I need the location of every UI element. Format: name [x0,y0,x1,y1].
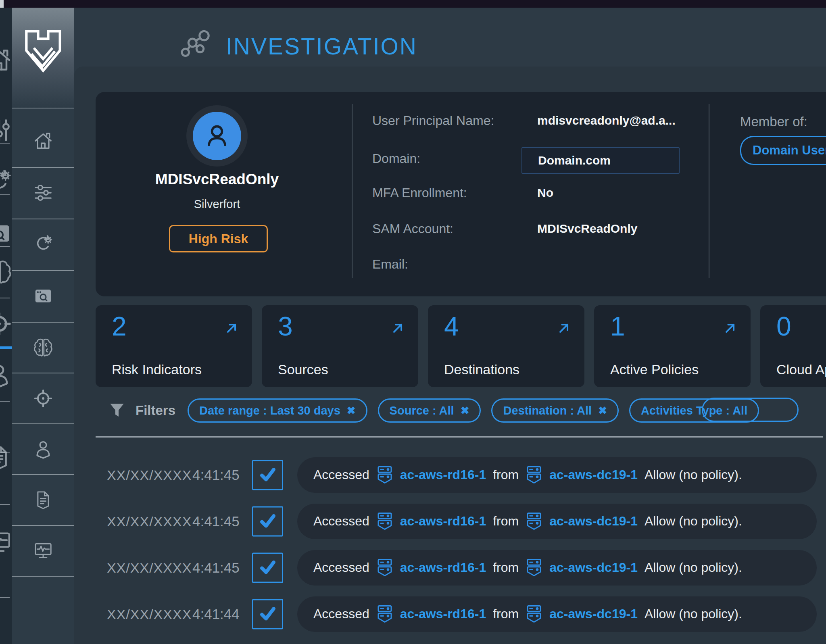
remove-filter-icon[interactable]: ✖ [598,404,607,417]
filter-chip-partial[interactable] [702,398,799,422]
check-icon [259,514,277,529]
stat-card-destinations[interactable]: 4Destinations [428,305,584,387]
field-label: SAM Account: [372,221,453,236]
activity-description[interactable]: Accessedac-aws-rd16-1fromac-aws-dc19-1Al… [297,550,817,586]
target-icon [32,387,54,410]
target-icon-fragment [0,309,13,338]
check-icon [259,560,277,575]
filter-funnel-icon [109,402,125,419]
activity-connector: from [493,560,519,575]
stats-row: 2Risk Indicators3Sources4Destinations1Ac… [96,305,826,387]
activity-target-host[interactable]: ac-aws-rd16-1 [400,606,486,621]
activity-description[interactable]: Accessedac-aws-rd16-1fromac-aws-dc19-1Al… [297,504,817,539]
activity-target-host[interactable]: ac-aws-rd16-1 [400,560,486,575]
activity-description[interactable]: Accessedac-aws-rd16-1fromac-aws-dc19-1Al… [297,457,817,493]
server-icon [376,604,393,624]
stat-card-sources[interactable]: 3Sources [262,305,418,387]
stat-value: 3 [278,311,293,342]
filter-chip-text: Source : All [390,404,454,417]
activity-source-host[interactable]: ac-aws-dc19-1 [549,514,638,529]
activity-time: 4:41:44 [192,606,240,622]
sliders-icon [32,181,54,204]
field-label: Email: [372,257,408,272]
activity-time: 4:41:45 [192,467,240,483]
member-of-label: Member of: [740,114,807,129]
activity-result: Allow (no policy). [645,467,742,482]
activity-action: Accessed [313,606,369,621]
server-icon [526,558,542,577]
activity-checkbox[interactable] [252,599,283,629]
stat-card-active-policies[interactable]: 1Active Policies [594,305,751,387]
activity-source-host[interactable]: ac-aws-dc19-1 [549,467,638,482]
activity-source-host[interactable]: ac-aws-dc19-1 [549,560,638,575]
activity-target-host[interactable]: ac-aws-rd16-1 [400,514,486,529]
stat-label: Cloud Apps [776,362,826,377]
user-profile-card: MDISvcReadOnly Silverfort High Risk User… [96,92,826,296]
remove-filter-icon[interactable]: ✖ [461,404,469,417]
activity-checkbox[interactable] [252,552,283,583]
activity-date: XX/XX/XXXX [107,467,192,483]
profile-fields: User Principal Name:mdisvcreadonly@ad.a.… [96,92,826,296]
activity-connector: from [493,606,519,621]
stat-card-risk-indicators[interactable]: 2Risk Indicators [96,305,252,387]
stat-value: 4 [444,311,459,342]
browser-search-icon [32,285,54,307]
activity-source-host[interactable]: ac-aws-dc19-1 [549,606,638,621]
filter-chip[interactable]: Source : All✖ [378,398,481,423]
sliver-divider [0,143,10,144]
sliders-icon-fragment [0,116,13,145]
sidebar-item-log-search[interactable] [12,270,74,322]
sliver-divider [0,246,10,247]
sidebar-item-settings[interactable] [12,167,74,219]
server-icon [526,512,542,531]
brain-icon [32,336,54,359]
field-label: User Principal Name: [372,113,494,128]
field-value: MDISvcReadOnly [537,222,637,236]
sidebar-item-investigation[interactable] [12,373,74,424]
remove-filter-icon[interactable]: ✖ [347,404,356,417]
filter-chip-text: Date range : Last 30 days [199,404,340,417]
activity-date: XX/XX/XXXX [107,606,192,622]
os-topbar [0,0,826,8]
activity-checkbox[interactable] [252,460,283,490]
expand-arrow-icon [225,321,238,335]
activity-result: Allow (no policy). [645,514,742,529]
filter-chip[interactable]: Destination : All✖ [491,398,618,423]
member-group-chip[interactable]: Domain Users [740,136,826,165]
sidebar-item-automation[interactable] [12,219,74,270]
activity-time: 4:41:45 [192,513,240,529]
page-header: INVESTIGATION [74,8,826,67]
activity-time: 4:41:45 [192,560,240,576]
activity-checkbox[interactable] [252,506,283,536]
field-value: No [537,186,553,200]
activity-row: XX/XX/XXXX4:41:44Accessedac-aws-rd16-1fr… [0,591,826,637]
stat-value: 0 [776,311,791,342]
filter-chip[interactable]: Date range : Last 30 days✖ [188,398,367,423]
brain-icon-fragment [0,258,13,287]
server-icon [526,465,542,485]
member-group-name: Domain Users [753,143,826,158]
server-icon [376,512,393,531]
sidebar-item-insights[interactable] [12,322,74,373]
field-label: Domain: [372,151,420,166]
silverfort-logo-icon[interactable] [23,28,63,73]
gear-sync-icon [32,233,54,256]
stat-card-cloud-apps[interactable]: 0Cloud Apps [760,305,826,387]
expand-arrow-icon [557,321,571,335]
filter-chip-text: Destination : All [503,404,592,417]
stat-value: 1 [610,311,625,342]
activity-date: XX/XX/XXXX [107,513,192,529]
activity-description[interactable]: Accessedac-aws-rd16-1fromac-aws-dc19-1Al… [297,596,817,632]
stat-label: Risk Indicators [112,362,202,377]
stat-label: Destinations [444,362,519,377]
field-label: MFA Enrollment: [372,185,467,200]
sliver-divider [0,298,10,298]
sidebar-item-home[interactable] [12,115,74,167]
activity-row: XX/XX/XXXX4:41:45Accessedac-aws-rd16-1fr… [0,452,826,498]
check-icon [259,606,277,622]
check-icon [259,467,277,483]
search-icon-fragment [0,219,13,248]
server-icon [376,558,393,577]
activity-target-host[interactable]: ac-aws-rd16-1 [400,467,486,482]
field-value-box[interactable]: Domain.com [521,147,680,174]
